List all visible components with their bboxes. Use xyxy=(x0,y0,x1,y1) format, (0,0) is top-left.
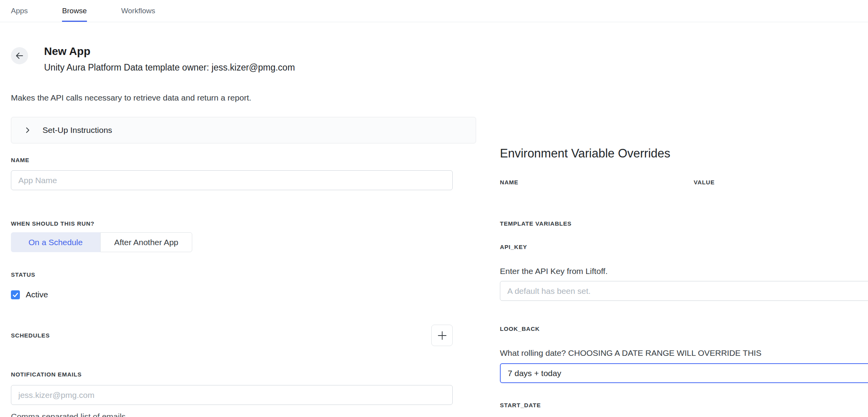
var-api-key-input[interactable] xyxy=(500,281,868,301)
add-schedule-button[interactable] xyxy=(431,325,453,346)
var-look-back-description: What rolling date? CHOOSING A DATE RANGE… xyxy=(500,348,868,358)
page-title: New App xyxy=(44,45,295,58)
app-name-input[interactable] xyxy=(11,170,453,190)
tab-workflows[interactable]: Workflows xyxy=(121,0,155,22)
app-description: Makes the API calls necessary to retriev… xyxy=(11,92,476,104)
notification-emails-label: NOTIFICATION EMAILS xyxy=(11,371,476,378)
status-label: STATUS xyxy=(11,271,476,278)
run-mode-segmented-control: On a Schedule After Another App xyxy=(11,232,192,252)
setup-instructions-label: Set-Up Instructions xyxy=(43,125,112,135)
var-look-back-select[interactable] xyxy=(500,363,868,383)
tab-browse[interactable]: Browse xyxy=(62,0,87,22)
active-checkbox[interactable] xyxy=(11,290,20,299)
env-column-headers: NAME VALUE xyxy=(500,179,868,186)
var-start-date-label: START_DATE xyxy=(500,402,868,409)
var-api-key-description: Enter the API Key from Liftoff. xyxy=(500,266,868,276)
env-name-column-header: NAME xyxy=(500,179,518,186)
env-overrides-title: Environment Variable Overrides xyxy=(500,146,868,161)
check-icon xyxy=(12,292,19,298)
var-api-key-label: API_KEY xyxy=(500,244,868,251)
back-button[interactable] xyxy=(11,47,28,64)
active-checkbox-label[interactable]: Active xyxy=(26,290,48,299)
notification-emails-input[interactable] xyxy=(11,385,453,405)
arrow-left-icon xyxy=(15,51,24,60)
schedules-label: SCHEDULES xyxy=(11,332,50,339)
active-checkbox-row: Active xyxy=(11,290,476,299)
name-label: NAME xyxy=(11,157,476,164)
var-look-back-label: LOOK_BACK xyxy=(500,325,868,332)
tab-apps[interactable]: Apps xyxy=(11,0,28,22)
environment-variables-column: Environment Variable Overrides NAME VALU… xyxy=(500,0,868,409)
emails-helper-text: Comma separated list of emails xyxy=(11,412,476,417)
page-header: New App Unity Aura Platform Data templat… xyxy=(11,45,476,74)
chevron-right-icon xyxy=(24,126,32,134)
page-subtitle: Unity Aura Platform Data template owner:… xyxy=(44,61,295,74)
plus-icon xyxy=(437,330,448,341)
segment-on-a-schedule[interactable]: On a Schedule xyxy=(11,232,100,252)
app-config-column: New App Unity Aura Platform Data templat… xyxy=(11,45,476,417)
segment-after-another-app[interactable]: After Another App xyxy=(100,232,192,252)
schedules-section-header: SCHEDULES xyxy=(11,325,453,346)
env-value-column-header: VALUE xyxy=(694,179,715,186)
template-variables-label: TEMPLATE VARIABLES xyxy=(500,220,868,227)
when-should-this-run-label: WHEN SHOULD THIS RUN? xyxy=(11,220,476,227)
setup-instructions-toggle[interactable]: Set-Up Instructions xyxy=(11,117,476,143)
